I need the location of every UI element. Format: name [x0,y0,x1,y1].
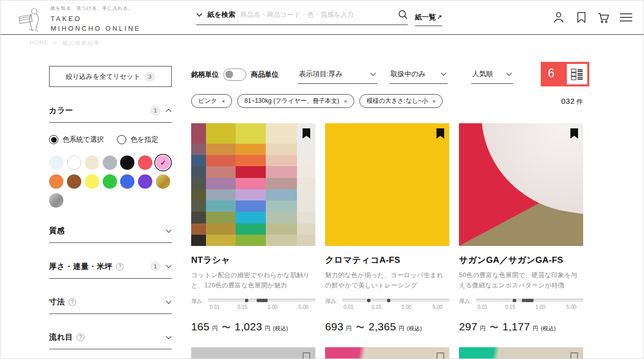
reset-filters-button[interactable]: 絞り込みを全てリセット 3 [49,66,172,87]
hamburger-icon [620,13,632,21]
search-category-label[interactable]: 紙を検索 [208,10,235,19]
product-image[interactable] [325,347,449,359]
bookmark-filled-icon[interactable] [303,128,310,139]
thickness-dots [476,297,583,303]
product-image[interactable] [459,123,583,246]
chevron-down-icon [441,72,447,76]
radio-unselected-icon [117,135,126,144]
brand-name-line1: TAKEO [51,14,141,24]
unit-toggle[interactable] [223,69,246,81]
bookmark-outline-icon[interactable] [570,352,578,359]
product-name[interactable]: サガンGA／サガンGA-FS [459,254,583,266]
color-swatch-cream[interactable] [85,155,99,170]
price-range: 693円 〜 2,365円 (税込) [325,321,449,333]
help-icon[interactable]: ? [116,263,124,271]
search-input[interactable] [240,11,393,18]
filter-section-0[interactable]: 質感 [49,226,172,243]
product-row-1: NTラシャ コットン配合の緻密でやわらかな肌触りと、120色の豊富な色展開が魅力… [191,123,583,333]
remove-tag-icon[interactable]: × [344,98,347,104]
price-range: 165円 〜 1,023円 (税込) [191,321,315,333]
filter-tag-pink[interactable]: ピンク× [191,94,232,108]
filter-section-3[interactable]: 流れ目? [49,332,172,349]
color-count-badge: 1 [150,105,160,116]
partial-product-card-1[interactable] [191,347,315,359]
color-swatch-brown[interactable] [67,174,81,189]
bookmark-outline-icon[interactable] [436,352,444,359]
color-swatch-gray[interactable] [103,155,117,170]
yellow-paper-sheet [325,123,449,246]
chevron-down-icon [166,229,172,233]
bookmark-icon [577,12,586,23]
breadcrumb-home[interactable]: HOME [30,39,49,47]
remove-tag-icon[interactable]: × [222,98,225,104]
search-icon[interactable] [398,10,408,19]
filter-tag-pattern[interactable]: 模様の大きさ:なし~小× [359,94,443,108]
cart-button[interactable] [597,11,610,24]
price-range: 297円 〜 1,177円 (税込) [459,321,583,333]
color-swatch-red[interactable] [138,155,152,170]
bookmark-outline-icon[interactable] [303,352,310,359]
help-icon[interactable]: ? [68,298,76,306]
reset-count-badge: 3 [145,72,155,82]
product-name[interactable]: NTラシャ [191,254,315,266]
color-swatch-black[interactable] [120,155,134,170]
chevron-down-icon [370,72,376,76]
filter-section-color[interactable]: カラー 1 [49,105,172,123]
help-icon[interactable]: ? [77,333,84,341]
unit-label-brand[interactable]: 銘柄単位 [191,70,219,79]
color-swatch-orange[interactable] [49,174,63,189]
list-view-toggle-button[interactable] [567,64,587,84]
brand-text: 紙を知る、見つける、手に入れる。 TAKEO MIHONCHO ONLINE [51,5,141,34]
color-swatch-green[interactable] [103,174,117,189]
product-card-sagan: サガンGA／サガンGA-FS 50色の豊富な色展開で、硬質な印象を与える微細なエ… [459,123,583,333]
thickness-scale: 0.010.151.005.00 [476,304,583,311]
product-name[interactable]: クロマティコA-FS [325,254,449,266]
thickness-indicator: 厚み: 0.010.151.005.00 [325,297,449,312]
color-swatch-white[interactable] [67,155,81,170]
logo[interactable]: 紙を知る、見つける、手に入れる。 TAKEO MIHONCHO ONLINE [15,5,141,34]
product-card-nt-rasha: NTラシャ コットン配合の緻密でやわらかな肌触りと、120色の豊富な色展開が魅力… [191,123,315,333]
color-swatch-pink[interactable]: ✓ [156,155,170,170]
chevron-down-icon[interactable] [196,13,202,17]
product-description: コットン配合の緻密でやわらかな肌触りと、120色の豊富な色展開が魅力 [191,270,315,290]
color-swatch-purple[interactable] [138,174,152,189]
radio-color-family[interactable]: 色系統で選択 [49,135,104,144]
product-image[interactable] [459,347,583,359]
product-image[interactable] [191,347,315,359]
color-swatches: ✓ [49,155,171,208]
header: 紙を知る、見つける、手に入れる。 TAKEO MIHONCHO ONLINE 紙… [1,1,643,35]
partial-product-card-3[interactable] [459,347,583,359]
color-swatch-pale-blue[interactable] [49,155,63,170]
color-swatch-yellow[interactable] [85,174,99,189]
color-swatch-gold[interactable] [156,174,170,189]
thickness-scale: 0.010.151.005.00 [208,304,315,311]
radio-color-specify[interactable]: 色を指定 [117,135,158,144]
chevron-down-icon [166,335,172,340]
partial-product-card-2[interactable] [325,347,449,359]
color-swatch-blue[interactable] [120,174,134,189]
unit-label-product[interactable]: 商品単位 [251,70,279,79]
dropdown-in-stock[interactable]: 取扱中のみ [389,69,448,84]
remove-tag-icon[interactable]: × [432,98,435,104]
product-image[interactable] [191,123,315,246]
dropdown-display-item[interactable]: 表示項目:厚み [298,69,377,84]
product-grid: NTラシャ コットン配合の緻密でやわらかな肌触りと、120色の豊富な色展開が魅力… [191,123,583,333]
paper-list-link[interactable]: 紙一覧↗ [415,13,442,26]
product-image[interactable] [325,123,449,246]
filter-section-2[interactable]: 寸法? [49,297,172,314]
color-swatch-silver[interactable] [49,193,63,208]
toggle-knob [225,71,233,78]
account-button[interactable] [553,11,565,24]
radio-selected-icon [49,135,58,144]
bookmark-filled-icon[interactable] [436,128,444,139]
user-icon [553,11,564,24]
bookmark-filled-icon[interactable] [570,128,578,139]
annotation-overlay-6: 6 [541,62,589,86]
chevron-down-icon [506,72,512,76]
menu-button[interactable] [620,11,632,24]
search-bar[interactable]: 紙を検索 [196,10,408,25]
filter-section-1[interactable]: 厚さ・連量・米坪?1 [49,261,172,279]
dropdown-sort[interactable]: 人気順 [471,69,513,84]
filter-tag-weight[interactable]: 81~130kg (フライヤー、冊子本文)× [237,94,354,108]
bookmarks-button[interactable] [575,11,587,24]
